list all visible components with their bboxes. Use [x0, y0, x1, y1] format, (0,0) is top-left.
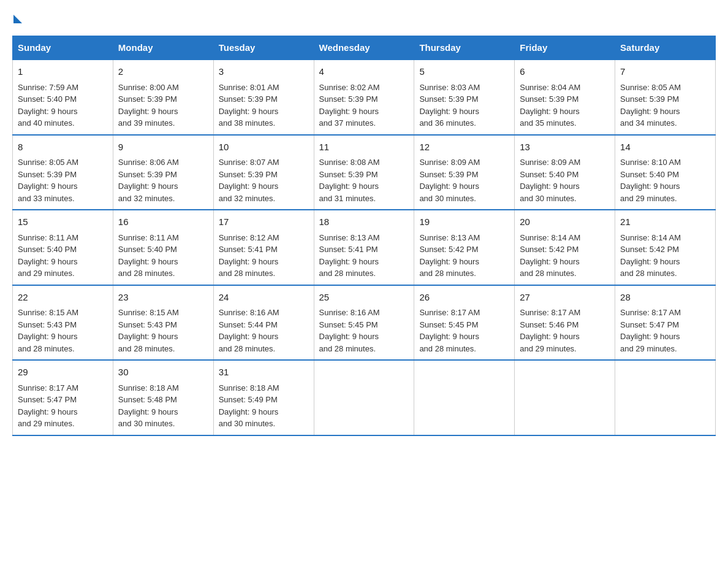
calendar-day-cell: 15 Sunrise: 8:11 AMSunset: 5:40 PMDaylig…	[13, 210, 113, 285]
day-number: 20	[520, 215, 610, 229]
calendar-header-row: SundayMondayTuesdayWednesdayThursdayFrid…	[13, 36, 716, 60]
calendar-day-cell: 4 Sunrise: 8:02 AMSunset: 5:39 PMDayligh…	[314, 59, 414, 135]
logo-blue-part	[12, 12, 22, 23]
day-info: Sunrise: 8:14 AMSunset: 5:42 PMDaylight:…	[620, 233, 681, 278]
calendar-header-friday: Friday	[515, 36, 615, 60]
day-number: 17	[219, 215, 309, 229]
calendar-week-row: 22 Sunrise: 8:15 AMSunset: 5:43 PMDaylig…	[13, 285, 716, 361]
day-number: 27	[520, 291, 610, 305]
day-info: Sunrise: 8:09 AMSunset: 5:40 PMDaylight:…	[520, 158, 580, 203]
calendar-day-cell: 28 Sunrise: 8:17 AMSunset: 5:47 PMDaylig…	[615, 285, 716, 361]
day-number: 2	[118, 65, 208, 79]
calendar-day-cell: 2 Sunrise: 8:00 AMSunset: 5:39 PMDayligh…	[113, 59, 213, 135]
day-info: Sunrise: 8:18 AMSunset: 5:49 PMDaylight:…	[219, 383, 279, 429]
day-info: Sunrise: 8:05 AMSunset: 5:39 PMDaylight:…	[18, 158, 78, 203]
calendar-day-cell: 30 Sunrise: 8:18 AMSunset: 5:48 PMDaylig…	[113, 360, 213, 435]
day-info: Sunrise: 8:13 AMSunset: 5:41 PMDaylight:…	[319, 233, 380, 278]
calendar-day-cell: 3 Sunrise: 8:01 AMSunset: 5:39 PMDayligh…	[213, 59, 314, 135]
day-info: Sunrise: 8:17 AMSunset: 5:47 PMDaylight:…	[620, 308, 681, 353]
day-number: 6	[520, 65, 610, 79]
day-info: Sunrise: 8:15 AMSunset: 5:43 PMDaylight:…	[118, 308, 179, 353]
day-number: 19	[419, 215, 509, 229]
calendar-day-cell: 31 Sunrise: 8:18 AMSunset: 5:49 PMDaylig…	[213, 360, 314, 435]
calendar-day-cell: 20 Sunrise: 8:14 AMSunset: 5:42 PMDaylig…	[515, 210, 615, 285]
day-number: 7	[620, 65, 710, 79]
calendar-day-cell: 24 Sunrise: 8:16 AMSunset: 5:44 PMDaylig…	[213, 285, 314, 361]
calendar-week-row: 1 Sunrise: 7:59 AMSunset: 5:40 PMDayligh…	[13, 59, 716, 135]
day-number: 30	[118, 366, 208, 380]
day-info: Sunrise: 8:15 AMSunset: 5:43 PMDaylight:…	[18, 308, 78, 353]
day-info: Sunrise: 8:12 AMSunset: 5:41 PMDaylight:…	[219, 233, 279, 278]
calendar-day-cell: 27 Sunrise: 8:17 AMSunset: 5:46 PMDaylig…	[515, 285, 615, 361]
day-number: 3	[219, 65, 309, 79]
day-info: Sunrise: 8:18 AMSunset: 5:48 PMDaylight:…	[118, 383, 179, 429]
day-number: 25	[319, 291, 409, 305]
day-number: 23	[118, 291, 208, 305]
day-info: Sunrise: 8:00 AMSunset: 5:39 PMDaylight:…	[118, 83, 179, 128]
day-info: Sunrise: 8:07 AMSunset: 5:39 PMDaylight:…	[219, 158, 279, 203]
calendar-day-cell: 11 Sunrise: 8:08 AMSunset: 5:39 PMDaylig…	[314, 135, 414, 210]
day-info: Sunrise: 8:02 AMSunset: 5:39 PMDaylight:…	[319, 83, 380, 128]
calendar-day-cell: 7 Sunrise: 8:05 AMSunset: 5:39 PMDayligh…	[615, 59, 716, 135]
day-number: 4	[319, 65, 409, 79]
calendar-day-cell: 12 Sunrise: 8:09 AMSunset: 5:39 PMDaylig…	[414, 135, 515, 210]
day-number: 21	[620, 215, 710, 229]
day-number: 26	[419, 291, 509, 305]
calendar-day-cell: 10 Sunrise: 8:07 AMSunset: 5:39 PMDaylig…	[213, 135, 314, 210]
day-info: Sunrise: 8:11 AMSunset: 5:40 PMDaylight:…	[118, 233, 179, 278]
calendar-day-cell: 13 Sunrise: 8:09 AMSunset: 5:40 PMDaylig…	[515, 135, 615, 210]
day-info: Sunrise: 8:10 AMSunset: 5:40 PMDaylight:…	[620, 158, 681, 203]
day-number: 22	[18, 291, 108, 305]
day-number: 11	[319, 140, 409, 155]
day-info: Sunrise: 8:17 AMSunset: 5:47 PMDaylight:…	[18, 383, 78, 429]
day-info: Sunrise: 8:13 AMSunset: 5:42 PMDaylight:…	[419, 233, 480, 278]
calendar-header-wednesday: Wednesday	[314, 36, 414, 60]
day-info: Sunrise: 7:59 AMSunset: 5:40 PMDaylight:…	[18, 83, 78, 128]
day-info: Sunrise: 8:09 AMSunset: 5:39 PMDaylight:…	[419, 158, 480, 203]
calendar-day-cell: 19 Sunrise: 8:13 AMSunset: 5:42 PMDaylig…	[414, 210, 515, 285]
calendar-day-cell	[615, 360, 716, 435]
day-info: Sunrise: 8:16 AMSunset: 5:45 PMDaylight:…	[319, 308, 380, 353]
calendar-day-cell: 5 Sunrise: 8:03 AMSunset: 5:39 PMDayligh…	[414, 59, 515, 135]
logo	[12, 12, 22, 23]
calendar-day-cell	[414, 360, 515, 435]
calendar-week-row: 8 Sunrise: 8:05 AMSunset: 5:39 PMDayligh…	[13, 135, 716, 210]
calendar-header-saturday: Saturday	[615, 36, 716, 60]
calendar-day-cell: 17 Sunrise: 8:12 AMSunset: 5:41 PMDaylig…	[213, 210, 314, 285]
calendar-day-cell: 14 Sunrise: 8:10 AMSunset: 5:40 PMDaylig…	[615, 135, 716, 210]
day-number: 18	[319, 215, 409, 229]
day-number: 5	[419, 65, 509, 79]
calendar-day-cell: 25 Sunrise: 8:16 AMSunset: 5:45 PMDaylig…	[314, 285, 414, 361]
calendar-table: SundayMondayTuesdayWednesdayThursdayFrid…	[12, 36, 716, 436]
calendar-header-thursday: Thursday	[414, 36, 515, 60]
day-info: Sunrise: 8:06 AMSunset: 5:39 PMDaylight:…	[118, 158, 179, 203]
day-info: Sunrise: 8:01 AMSunset: 5:39 PMDaylight:…	[219, 83, 279, 128]
calendar-day-cell	[314, 360, 414, 435]
day-number: 15	[18, 215, 108, 229]
day-number: 9	[118, 140, 208, 155]
day-info: Sunrise: 8:03 AMSunset: 5:39 PMDaylight:…	[419, 83, 480, 128]
day-info: Sunrise: 8:11 AMSunset: 5:40 PMDaylight:…	[18, 233, 78, 278]
day-number: 13	[520, 140, 610, 155]
calendar-day-cell: 22 Sunrise: 8:15 AMSunset: 5:43 PMDaylig…	[13, 285, 113, 361]
calendar-day-cell: 6 Sunrise: 8:04 AMSunset: 5:39 PMDayligh…	[515, 59, 615, 135]
day-info: Sunrise: 8:17 AMSunset: 5:45 PMDaylight:…	[419, 308, 480, 353]
calendar-day-cell: 29 Sunrise: 8:17 AMSunset: 5:47 PMDaylig…	[13, 360, 113, 435]
calendar-day-cell: 9 Sunrise: 8:06 AMSunset: 5:39 PMDayligh…	[113, 135, 213, 210]
day-number: 8	[18, 140, 108, 155]
calendar-day-cell	[515, 360, 615, 435]
day-number: 24	[219, 291, 309, 305]
day-number: 29	[18, 366, 108, 380]
day-number: 16	[118, 215, 208, 229]
day-number: 31	[219, 366, 309, 380]
page-header	[12, 12, 716, 23]
day-number: 14	[620, 140, 710, 155]
day-info: Sunrise: 8:16 AMSunset: 5:44 PMDaylight:…	[219, 308, 279, 353]
calendar-header-sunday: Sunday	[13, 36, 113, 60]
calendar-day-cell: 23 Sunrise: 8:15 AMSunset: 5:43 PMDaylig…	[113, 285, 213, 361]
day-info: Sunrise: 8:17 AMSunset: 5:46 PMDaylight:…	[520, 308, 580, 353]
day-number: 28	[620, 291, 710, 305]
calendar-header-monday: Monday	[113, 36, 213, 60]
day-info: Sunrise: 8:05 AMSunset: 5:39 PMDaylight:…	[620, 83, 681, 128]
day-info: Sunrise: 8:14 AMSunset: 5:42 PMDaylight:…	[520, 233, 580, 278]
